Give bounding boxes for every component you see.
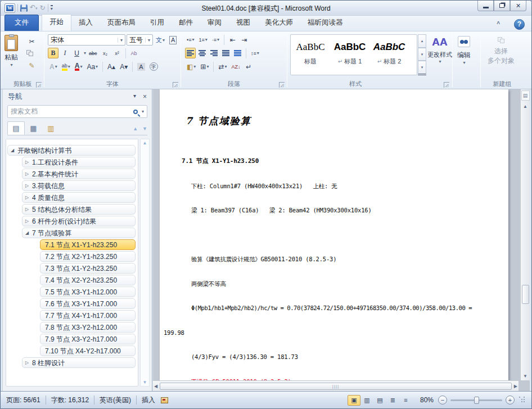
strikethrough-button[interactable]: abc [87, 48, 99, 58]
grow-font-icon[interactable]: A▴ [106, 61, 117, 72]
gallery-down-icon[interactable]: ▾ [418, 48, 426, 61]
language-indicator[interactable]: 英语(美国) [100, 396, 131, 405]
tab-file[interactable]: 文件 [4, 15, 39, 31]
clipboard-dialog-launcher[interactable]: ◿ [36, 82, 42, 88]
close-button[interactable]: × [510, 1, 526, 11]
zoom-slider-thumb[interactable] [474, 397, 479, 404]
nav-tab-headings[interactable]: ▤ [7, 121, 25, 135]
tree-expand-icon[interactable]: ▷ [25, 216, 29, 226]
subscript-button[interactable]: x₂ [100, 48, 111, 58]
macro-record-icon[interactable] [161, 397, 168, 403]
asian-layout-icon[interactable]: ⇄▾ [217, 61, 228, 72]
paste-button[interactable]: 粘贴 ▾ [4, 35, 18, 67]
underline-button[interactable]: U [71, 48, 82, 58]
tree-collapse-icon[interactable]: ◢ [25, 228, 29, 238]
shrink-font-icon[interactable]: A▾ [118, 61, 129, 72]
nav-tab-results[interactable]: ▥ [42, 121, 60, 135]
font-family-select[interactable]: 宋体▾ [48, 34, 125, 46]
style-item[interactable]: AaBbC ↵ 标题 2 [369, 35, 409, 75]
justify-button[interactable] [220, 48, 231, 58]
tab-beautify[interactable]: 美化大师 [258, 15, 300, 31]
multilevel-list-icon[interactable]: ·≡▾ [210, 34, 221, 45]
resize-grip[interactable] [519, 397, 526, 403]
clear-formatting-icon[interactable]: Ab [129, 48, 139, 58]
undo-button[interactable]: ↶▾ [30, 3, 38, 13]
nav-item[interactable]: ▷2.基本构件统计 [22, 169, 136, 179]
draft-view-button[interactable]: ≡ [399, 395, 412, 406]
save-button[interactable] [20, 4, 28, 12]
shading-icon[interactable]: ◧▾ [185, 61, 197, 72]
fullscreen-reading-view-button[interactable]: ▥ [360, 395, 373, 406]
font-size-select[interactable]: 五号▾ [127, 34, 153, 46]
nav-item[interactable]: 7.2 节点 X2-Y1-h23.250 [40, 251, 136, 262]
nav-close-icon[interactable]: × [143, 93, 147, 101]
tree-expand-icon[interactable]: ▷ [25, 157, 29, 167]
editing-button[interactable]: 编辑 ▾ [457, 36, 471, 65]
numbering-icon[interactable]: 1≡▾ [197, 34, 209, 45]
nav-item[interactable]: 7.9 节点 X3-Y2-h17.000 [40, 334, 136, 344]
vertical-scroll-thumb[interactable] [522, 285, 529, 304]
nav-item[interactable]: 7.8 节点 X3-Y2-h12.000 [40, 322, 136, 333]
superscript-button[interactable]: x² [112, 48, 123, 58]
nav-item[interactable]: 7.6 节点 X3-Y1-h17.000 [40, 298, 136, 309]
text-effects-icon[interactable]: A▾ [48, 61, 59, 72]
change-styles-button[interactable]: AA 更改样式 ▾ [429, 36, 451, 64]
search-icon[interactable] [133, 110, 138, 114]
tab-view[interactable]: 视图 [229, 15, 258, 31]
font-dialog-launcher[interactable]: ◿ [173, 82, 178, 88]
sort-icon[interactable]: AZ↓ [230, 61, 242, 72]
tab-home[interactable]: 开始 [42, 14, 71, 31]
nav-tab-pages[interactable]: ▦ [25, 121, 42, 135]
enclose-characters-icon[interactable]: 字 [148, 61, 160, 72]
collapse-ribbon-icon[interactable]: ^ [497, 21, 500, 27]
gallery-more-icon[interactable]: ▾ [418, 61, 426, 75]
zoom-slider[interactable] [450, 399, 502, 401]
nav-item[interactable]: ▷8 柱脚设计 [22, 357, 136, 368]
style-item[interactable]: AaBbC 标题 [291, 35, 330, 75]
nav-item[interactable]: ▷5 结构总体分析结果 [22, 204, 136, 215]
tab-page-layout[interactable]: 页面布局 [100, 15, 143, 31]
bullets-icon[interactable]: •≡▾ [185, 34, 196, 45]
tree-expand-icon[interactable]: ▷ [25, 193, 29, 203]
nav-item[interactable]: 7.3 节点 X1-Y2-h23.250 [40, 263, 136, 274]
copy-icon[interactable] [26, 50, 34, 57]
horizontal-scroll-thumb[interactable]: |||| [160, 383, 512, 390]
paragraph-dialog-launcher[interactable]: ◿ [279, 82, 285, 88]
tab-insert[interactable]: 插入 [71, 15, 100, 31]
italic-button[interactable]: I [60, 48, 70, 58]
line-spacing-icon[interactable]: ↕≡▾ [249, 48, 261, 58]
scroll-down-icon[interactable]: ▼ [143, 380, 147, 385]
borders-icon[interactable]: ⊞▾ [199, 61, 210, 72]
next-heading-icon[interactable]: ▼ [142, 126, 147, 131]
nav-item[interactable]: 7.5 节点 X3-Y1-h12.000 [40, 287, 136, 297]
zoom-out-button[interactable]: − [438, 396, 447, 405]
scroll-down-icon[interactable]: ▼ [523, 372, 528, 380]
minimize-button[interactable] [477, 1, 494, 11]
scroll-up-icon[interactable]: ▲ [143, 140, 147, 146]
nav-item[interactable]: ▷3.荷载信息 [22, 180, 136, 191]
nav-item[interactable]: ▷4 质量信息 [22, 192, 136, 203]
qat-customize-button[interactable]: ▾ [51, 5, 53, 11]
tab-foxit[interactable]: 福昕阅读器 [300, 15, 350, 31]
restore-button[interactable] [494, 1, 510, 11]
page-indicator[interactable]: 页面: 56/61 [6, 396, 40, 405]
tree-expand-icon[interactable]: ▷ [25, 181, 29, 191]
web-layout-view-button[interactable]: ▤ [373, 395, 386, 406]
navigation-scrollbar[interactable]: ▲ ▼ [140, 139, 150, 387]
print-layout-view-button[interactable]: ▣ [348, 395, 360, 406]
vertical-scrollbar[interactable]: ▤ ▲ ▼ [520, 89, 530, 380]
font-color-icon[interactable]: A▾ [73, 61, 84, 72]
zoom-level[interactable]: 80% [420, 396, 434, 404]
style-item[interactable]: AaBbC ↵ 标题 1 [330, 35, 369, 75]
cut-icon[interactable]: ✂ [26, 36, 37, 47]
word-count[interactable]: 字数: 16,312 [51, 396, 89, 405]
ruler-toggle-icon[interactable]: ▤ [521, 90, 530, 101]
redo-button[interactable]: ↻ [40, 3, 46, 12]
nav-options-icon[interactable]: ▾ [133, 93, 136, 101]
decrease-indent-icon[interactable]: ⇤ [227, 34, 238, 45]
styles-dialog-launcher[interactable]: ◿ [444, 82, 449, 88]
nav-item[interactable]: ◢开敞钢结构计算书 [7, 145, 136, 156]
search-input[interactable]: 搜索文档 ▾ [7, 105, 147, 118]
character-shading-icon[interactable]: A [136, 61, 146, 72]
help-button[interactable]: ? [514, 19, 525, 30]
